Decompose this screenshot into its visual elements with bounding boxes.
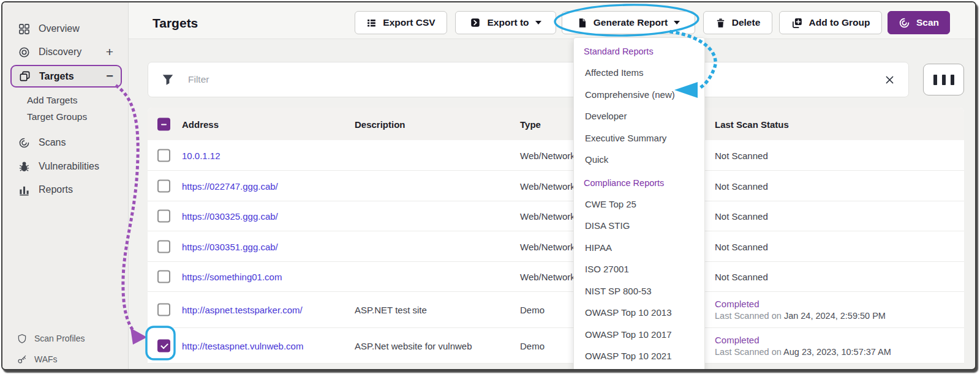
button-label: Export to — [487, 17, 529, 28]
menu-item-cwe-top-25[interactable]: CWE Top 25 — [574, 193, 704, 215]
row-checkbox[interactable] — [157, 210, 170, 223]
target-type: Demo — [520, 305, 545, 315]
menu-item-developer[interactable]: Developer — [574, 105, 704, 127]
table-row: https://030351.ggg.cab/ Web/Network Not … — [148, 231, 964, 262]
target-type: Web/Network — [520, 181, 575, 191]
sidebar-item-vulnerabilities[interactable]: Vulnerabilities — [2, 158, 128, 175]
menu-item-hipaa[interactable]: HIPAA — [574, 237, 704, 259]
generate-report-menu: Standard Reports Affected Items Comprehe… — [573, 37, 705, 370]
chevron-down-icon — [535, 21, 541, 24]
sidebar-item-label: Targets — [39, 71, 74, 82]
target-description: ASP.NET test site — [355, 305, 427, 315]
generate-report-button[interactable]: Generate Report — [562, 11, 695, 34]
export-box-icon — [470, 17, 481, 28]
row-checkbox-checked[interactable] — [157, 339, 170, 352]
filter-funnel-icon — [161, 73, 175, 86]
sidebar: Overview Discovery + Targets − Add Targe… — [2, 2, 129, 369]
targets-table: Address Description Type Last Scan Statu… — [148, 108, 964, 364]
button-label: Scan — [916, 17, 939, 28]
target-type: Web/Network — [520, 211, 575, 222]
menu-item-executive-summary[interactable]: Executive Summary — [574, 127, 704, 149]
column-header-type[interactable]: Type — [520, 119, 541, 129]
sidebar-item-targets[interactable]: Targets − — [10, 65, 122, 88]
last-scanned-line: Last Scanned on Aug 23, 2023, 10:57:37 A… — [715, 347, 891, 357]
targets-icon — [19, 70, 31, 82]
menu-item-iso-27001[interactable]: ISO 27001 — [574, 258, 704, 280]
plus-icon[interactable]: + — [106, 45, 113, 59]
sidebar-item-discovery[interactable]: Discovery + — [2, 43, 128, 61]
column-header-address[interactable]: Address — [182, 119, 219, 129]
columns-icon — [933, 75, 954, 85]
sidebar-item-label: Overview — [39, 23, 80, 34]
target-address-link[interactable]: https://030351.ggg.cab/ — [182, 241, 278, 252]
menu-item-quick[interactable]: Quick — [574, 149, 704, 171]
menu-item-owasp-top-10-2017[interactable]: OWASP Top 10 2017 — [574, 324, 704, 346]
column-settings-button[interactable] — [923, 64, 964, 95]
menu-item-nist-sp-800-53[interactable]: NIST SP 800-53 — [574, 280, 704, 302]
button-label: Generate Report — [594, 17, 668, 28]
row-checkbox[interactable] — [157, 179, 170, 192]
scan-button[interactable]: Scan — [888, 11, 950, 34]
menu-item-owasp-top-10-2013[interactable]: OWASP Top 10 2013 — [574, 302, 704, 324]
filter-input[interactable] — [188, 74, 884, 85]
scan-status[interactable]: Completed — [715, 299, 886, 309]
sidebar-item-scans[interactable]: Scans — [2, 134, 128, 151]
sidebar-item-label: Add Targets — [27, 95, 77, 106]
overview-grid-icon — [18, 23, 30, 35]
target-type: Demo — [520, 340, 545, 351]
add-to-group-button[interactable]: Add to Group — [779, 11, 882, 34]
row-checkbox[interactable] — [157, 149, 170, 162]
sidebar-item-label: WAFs — [34, 354, 58, 364]
row-checkbox[interactable] — [157, 304, 170, 316]
delete-button[interactable]: Delete — [703, 11, 772, 34]
target-address-link[interactable]: http://aspnet.testsparker.com/ — [182, 305, 303, 315]
menu-item-affected-items[interactable]: Affected Items — [574, 62, 704, 84]
sidebar-item-label: Scan Profiles — [34, 334, 85, 343]
sidebar-item-label: Target Groups — [27, 111, 87, 122]
scan-status-block: Completed Last Scanned on Aug 23, 2023, … — [715, 335, 891, 357]
sidebar-item-reports[interactable]: Reports — [2, 181, 128, 198]
shield-icon — [17, 334, 27, 343]
row-checkbox[interactable] — [157, 240, 170, 253]
menu-item-owasp-top-10-2021[interactable]: OWASP Top 10 2021 — [574, 345, 704, 367]
clear-filter-icon[interactable] — [884, 75, 895, 85]
table-row: http://testaspnet.vulnweb.com ASP.Net we… — [148, 328, 964, 364]
target-address-link[interactable]: https://022747.ggg.cab/ — [182, 181, 278, 191]
last-scanned-line: Last Scanned on Jan 24, 2024, 2:59:50 PM — [715, 311, 886, 321]
export-to-button[interactable]: Export to — [455, 11, 556, 34]
sidebar-item-overview[interactable]: Overview — [2, 20, 128, 37]
sidebar-item-target-groups[interactable]: Target Groups — [2, 108, 128, 125]
sidebar-item-add-targets[interactable]: Add Targets — [2, 92, 128, 109]
menu-item-disa-stig[interactable]: DISA STIG — [574, 215, 704, 237]
scan-status: Not Scanned — [715, 241, 768, 252]
target-address-link[interactable]: 10.0.1.12 — [182, 150, 221, 160]
target-address-link[interactable]: https://030325.ggg.cab/ — [182, 211, 278, 222]
target-address-link[interactable]: https://something01.com — [182, 272, 282, 282]
table-header: Address Description Type Last Scan Statu… — [148, 108, 964, 140]
target-type: Web/Network — [520, 241, 575, 252]
table-row: https://030325.ggg.cab/ Web/Network Not … — [148, 201, 964, 231]
target-address-link[interactable]: http://testaspnet.vulnweb.com — [182, 340, 303, 351]
target-type: Web/Network — [520, 272, 575, 282]
table-row: https://022747.ggg.cab/ Web/Network Not … — [148, 171, 964, 201]
menu-section-standard-reports: Standard Reports — [574, 42, 704, 62]
scan-status: Not Scanned — [715, 150, 768, 160]
column-header-description[interactable]: Description — [355, 119, 405, 129]
row-checkbox[interactable] — [157, 271, 170, 283]
chevron-down-icon — [674, 21, 680, 24]
sidebar-item-wafs[interactable]: WAFs — [2, 351, 128, 368]
scan-status: Not Scanned — [715, 181, 768, 191]
export-csv-button[interactable]: Export CSV — [355, 11, 447, 34]
sidebar-item-scan-profiles[interactable]: Scan Profiles — [2, 330, 128, 347]
document-icon — [577, 18, 587, 28]
collapse-icon[interactable]: − — [106, 69, 113, 83]
key-icon — [17, 354, 27, 364]
scan-status[interactable]: Completed — [715, 335, 891, 345]
table-row: 10.0.1.12 Web/Network Not Scanned — [148, 140, 964, 171]
add-square-icon — [791, 17, 803, 29]
button-label: Add to Group — [809, 17, 870, 28]
select-all-checkbox[interactable] — [157, 118, 170, 130]
column-header-last-scan-status[interactable]: Last Scan Status — [715, 119, 789, 129]
menu-item-comprehensive-new[interactable]: Comprehensive (new) — [574, 84, 704, 106]
scan-status: Not Scanned — [715, 272, 768, 282]
